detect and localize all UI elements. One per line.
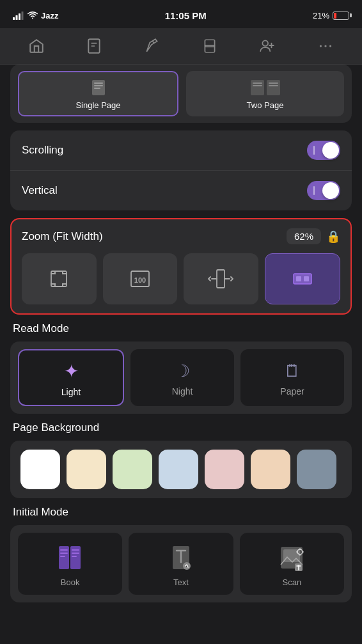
initial-mode-scan-label: Scan — [283, 577, 302, 587]
svg-rect-18 — [253, 85, 262, 86]
read-mode-card: ✦ Light ☽ Night 🗒 Paper — [10, 342, 352, 414]
status-battery: 21% — [313, 11, 349, 20]
initial-mode-scan[interactable]: Scan — [240, 533, 344, 595]
two-page-option[interactable]: Two Page — [186, 71, 344, 116]
read-mode-light[interactable]: ✦ Light — [18, 349, 124, 406]
svg-rect-12 — [94, 82, 103, 84]
toolbar — [0, 28, 362, 65]
scrolling-toggle[interactable] — [307, 141, 340, 160]
night-icon: ☽ — [175, 361, 190, 381]
zoom-custom-btn[interactable] — [265, 253, 341, 304]
svg-rect-17 — [253, 82, 262, 84]
svg-rect-15 — [251, 80, 264, 95]
initial-mode-text-label: Text — [173, 577, 189, 587]
book-icon — [56, 543, 85, 572]
wifi-icon — [28, 12, 38, 20]
page-bg-section-title: Page Background — [13, 421, 349, 434]
svg-point-10 — [329, 45, 331, 47]
svg-rect-35 — [72, 556, 77, 557]
vertical-toggle[interactable] — [307, 181, 340, 200]
two-page-icon — [249, 79, 281, 97]
initial-mode-title-wrapper: Initial Mode — [10, 506, 352, 519]
status-carrier: Jazz — [13, 11, 58, 20]
svg-rect-2 — [19, 13, 20, 20]
light-label: Light — [61, 387, 81, 397]
bg-color-peach[interactable] — [251, 450, 290, 489]
text-icon — [166, 543, 196, 572]
initial-mode-card: Book Text — [10, 525, 352, 602]
vertical-label: Vertical — [22, 184, 58, 197]
two-page-label: Two Page — [247, 100, 284, 110]
person-add-icon[interactable] — [253, 33, 281, 59]
bg-color-green[interactable] — [113, 450, 152, 489]
main-content: Single Page Two Page Scrolling Vertical — [0, 65, 362, 602]
svg-rect-3 — [22, 12, 24, 20]
svg-point-7 — [263, 40, 269, 46]
read-mode-paper[interactable]: 🗒 Paper — [240, 349, 344, 406]
svg-rect-1 — [16, 15, 18, 20]
fit-screen-icon — [46, 266, 72, 292]
initial-mode-options: Book Text — [18, 533, 344, 595]
signal-icon — [13, 12, 24, 20]
page-view-card: Single Page Two Page — [10, 65, 352, 123]
bg-color-pink[interactable] — [205, 450, 244, 489]
svg-point-9 — [324, 45, 326, 47]
bg-color-blue[interactable] — [159, 450, 198, 489]
light-icon: ✦ — [64, 361, 79, 382]
lock-icon[interactable]: 🔒 — [326, 230, 340, 244]
scrolling-row: Scrolling — [10, 130, 352, 171]
svg-text:100: 100 — [134, 276, 146, 284]
page-background-section — [10, 441, 352, 498]
svg-rect-26 — [296, 276, 301, 281]
zoom-buttons: 100 — [22, 253, 340, 304]
scan-icon — [277, 543, 306, 572]
status-time: 11:05 PM — [165, 10, 207, 21]
page-bg-title-wrapper: Page Background — [10, 421, 352, 434]
svg-rect-14 — [94, 88, 100, 89]
svg-rect-16 — [267, 80, 280, 95]
paper-label: Paper — [280, 386, 304, 397]
read-mode-night[interactable]: ☽ Night — [130, 349, 234, 406]
svg-rect-19 — [269, 82, 278, 84]
bg-color-white[interactable] — [20, 450, 60, 489]
svg-rect-30 — [60, 549, 68, 551]
zoom-100-btn[interactable]: 100 — [103, 253, 178, 304]
zoom-section: Zoom (Fit Width) 62% 🔒 — [10, 218, 352, 315]
status-bar: Jazz 11:05 PM 21% — [0, 0, 362, 28]
svg-rect-24 — [217, 270, 224, 288]
layers-icon[interactable] — [196, 33, 224, 59]
single-page-label: Single Page — [75, 100, 120, 110]
bookmark-icon[interactable] — [80, 33, 108, 59]
zoom-value-group: 62% 🔒 — [287, 228, 340, 244]
initial-mode-book-label: Book — [61, 577, 80, 587]
single-page-icon — [86, 79, 111, 97]
fit-width-icon — [208, 266, 233, 292]
zoom-title: Zoom (Fit Width) — [22, 230, 103, 243]
svg-rect-20 — [269, 85, 278, 86]
more-icon[interactable] — [311, 33, 340, 59]
bg-color-gray[interactable] — [297, 450, 336, 489]
svg-rect-0 — [13, 17, 15, 20]
zoom-custom-icon — [290, 266, 315, 292]
night-label: Night — [172, 386, 193, 397]
initial-mode-book[interactable]: Book — [18, 533, 122, 595]
vertical-row: Vertical — [10, 171, 352, 210]
home-icon[interactable] — [22, 33, 51, 59]
zoom-fit-screen-btn[interactable] — [22, 253, 97, 304]
initial-mode-text[interactable]: Text — [129, 533, 233, 595]
read-mode-options: ✦ Light ☽ Night 🗒 Paper — [18, 349, 344, 406]
bg-color-cream[interactable] — [67, 450, 106, 489]
pen-icon[interactable] — [138, 33, 166, 59]
battery-icon — [333, 12, 349, 20]
single-page-option[interactable]: Single Page — [18, 71, 178, 116]
zoom-100-icon: 100 — [127, 266, 153, 292]
svg-rect-34 — [72, 553, 79, 554]
battery-percent: 21% — [313, 11, 329, 20]
paper-icon: 🗒 — [284, 361, 301, 381]
zoom-percent: 62% — [287, 228, 321, 244]
svg-rect-27 — [304, 276, 309, 281]
svg-point-8 — [320, 45, 322, 47]
scrolling-label: Scrolling — [22, 144, 63, 157]
svg-rect-31 — [60, 553, 68, 554]
zoom-fit-width-btn[interactable] — [184, 253, 258, 304]
